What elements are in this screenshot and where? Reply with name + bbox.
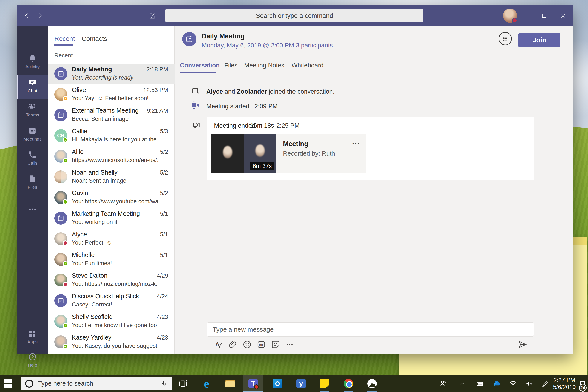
battery-tray-button[interactable]	[476, 379, 485, 388]
chat-preview: You: Recording is ready	[72, 74, 134, 81]
sidebar-item-teams[interactable]: Teams	[17, 99, 48, 123]
meeting-avatar	[182, 32, 196, 46]
available-status-icon	[63, 199, 68, 204]
send-icon[interactable]	[518, 340, 528, 349]
onedrive-tray-button[interactable]	[492, 379, 502, 388]
message-input[interactable]	[207, 322, 534, 336]
titlebar[interactable]	[17, 5, 573, 26]
chat-list-item[interactable]: Marketing Team Meeting You: working on i…	[48, 208, 174, 229]
sidebar-item-calls[interactable]: Calls	[17, 147, 48, 171]
taskbar-chrome[interactable]	[339, 375, 358, 392]
chat-list-item[interactable]: Shelly Scofield You: Let me know if I've…	[48, 311, 174, 332]
chat-name: Kasey Yardley	[72, 334, 111, 341]
sidebar-item-activity[interactable]: Activity	[17, 50, 48, 74]
chat-time: 5/2	[160, 190, 168, 197]
chat-list-item[interactable]: Daily Meeting You: Recording is ready 2:…	[48, 64, 174, 84]
tab-conversation[interactable]: Conversation	[180, 62, 220, 69]
available-status-icon	[63, 261, 68, 266]
back-button[interactable]	[22, 11, 32, 20]
sidebar-item-label: Meetings	[17, 136, 48, 142]
microphone-icon[interactable]	[160, 380, 168, 387]
chat-list-item[interactable]: Noah and Shelly Noah: Sent an image 5/2	[48, 167, 174, 188]
taskbar-search[interactable]: Type here to search	[21, 377, 172, 390]
sidebar-item-help[interactable]: ? Help	[17, 349, 48, 373]
chat-list-item[interactable]: Allie https://www.microsoft.com/en-us/..…	[48, 146, 174, 167]
avatar[interactable]	[503, 8, 517, 23]
format-icon[interactable]: A	[214, 340, 224, 349]
taskbar-edge[interactable]: e	[197, 375, 216, 392]
volume-tray-button[interactable]	[524, 379, 534, 388]
tab-meeting-notes[interactable]: Meeting Notes	[244, 62, 284, 69]
chat-list-item[interactable]: External Teams Meeting Becca: Sent an im…	[48, 105, 174, 126]
task-view-button[interactable]	[173, 375, 192, 392]
forward-button[interactable]	[35, 11, 45, 20]
meeting-details-button[interactable]	[498, 32, 512, 45]
file-explorer-icon	[225, 378, 235, 389]
recording-thumbnail[interactable]: 6m 37s	[212, 134, 276, 173]
meeting-subtitle[interactable]: Monday, May 6, 2019 @ 2:00 PM 3 particip…	[202, 42, 333, 49]
chat-name: Alyce	[72, 231, 87, 238]
chat-list-item[interactable]: Olive You: Yay! ☺ Feel better soon! 12:5…	[48, 84, 174, 105]
taskbar-clock[interactable]: 2:27 PM 5/6/2019	[549, 377, 580, 390]
chat-time: 5/3	[160, 128, 168, 135]
join-button[interactable]: Join	[518, 33, 560, 48]
sidebar-item-apps[interactable]: Apps	[17, 326, 48, 350]
minimize-button[interactable]	[518, 10, 532, 21]
chat-time: 9:21 AM	[147, 108, 168, 114]
bell-icon	[28, 54, 37, 63]
chat-list-item[interactable]: Alyce You: Perfect. ☺ 5/1	[48, 229, 174, 249]
sticker-icon[interactable]	[271, 340, 280, 349]
cortana-icon[interactable]	[25, 380, 33, 388]
taskbar-sticky-notes[interactable]	[315, 375, 334, 392]
taskbar-teams[interactable]: T	[244, 375, 263, 392]
file-icon	[28, 174, 37, 183]
rail-more-button[interactable]	[17, 203, 48, 216]
sidebar-item-files[interactable]: Files	[17, 171, 48, 195]
chat-preview: You: https://www.youtube.com/wa...	[72, 198, 158, 205]
chat-list-item[interactable]: Discuss QuickHelp Slick Casey: Correct! …	[48, 290, 174, 311]
sidebar-item-chat[interactable]: Chat	[17, 74, 48, 99]
chat-time: 4/23	[157, 314, 168, 320]
chat-list-item[interactable]: Kasey Yardley You: Kasey, do you have su…	[48, 332, 174, 352]
people-tray-button[interactable]	[438, 379, 448, 388]
taskbar-outlook[interactable]: O	[268, 375, 287, 392]
chat-list-item[interactable]: Steve Dalton You: https://moz.com/blog/m…	[48, 270, 174, 290]
more-compose-icon[interactable]	[285, 340, 294, 349]
more-options-button[interactable]: ...	[352, 138, 360, 145]
wifi-tray-button[interactable]	[508, 379, 518, 388]
chat-time: 5/2	[160, 149, 168, 156]
tab-files[interactable]: Files	[224, 62, 238, 69]
tray-expand-button[interactable]	[457, 379, 467, 388]
maximize-icon	[541, 13, 547, 19]
tab-contacts[interactable]: Contacts	[82, 35, 107, 42]
start-button[interactable]	[4, 379, 12, 388]
chat-list-item[interactable]: Gavin You: https://www.youtube.com/wa...…	[48, 188, 174, 208]
emoji-icon[interactable]	[242, 340, 252, 349]
attach-icon[interactable]	[228, 340, 238, 349]
chat-preview: You: Kasey, do you have suggesti...	[72, 342, 158, 349]
taskbar-yammer[interactable]: y	[292, 375, 311, 392]
maximize-button[interactable]	[537, 10, 551, 21]
chat-list-item[interactable]: Michelle You: Fun times! 5/1	[48, 249, 174, 270]
close-button[interactable]	[556, 10, 570, 21]
chat-name: Allie	[72, 148, 84, 156]
busy-status-icon	[512, 18, 518, 23]
taskbar-file-explorer[interactable]	[220, 375, 240, 392]
chat-time: 2:18 PM	[146, 66, 168, 73]
new-chat-button[interactable]	[148, 11, 157, 20]
tab-whiteboard[interactable]: Whiteboard	[292, 62, 324, 69]
recording-card[interactable]: 6m 37s Meeting Recorded by: Ruth ...	[212, 134, 366, 173]
sidebar-item-label: Help	[17, 362, 48, 368]
chrome-icon	[343, 378, 354, 389]
gif-icon[interactable]: GIF	[256, 340, 266, 349]
chat-preview: You: Yay! ☺ Feel better soon!	[72, 95, 148, 102]
chat-list-item[interactable]: CR Callie Hi! Makayla is here for you at…	[48, 126, 174, 146]
tab-recent[interactable]: Recent	[54, 35, 75, 42]
search-input[interactable]	[166, 9, 424, 22]
pen-tray-button[interactable]	[541, 379, 550, 388]
taskbar-photos[interactable]	[362, 375, 382, 392]
sidebar-item-meetings[interactable]: Meetings	[17, 123, 48, 147]
video-camera-icon	[191, 100, 200, 110]
recording-title[interactable]: Meeting	[283, 140, 308, 148]
chevron-up-icon	[458, 380, 466, 387]
